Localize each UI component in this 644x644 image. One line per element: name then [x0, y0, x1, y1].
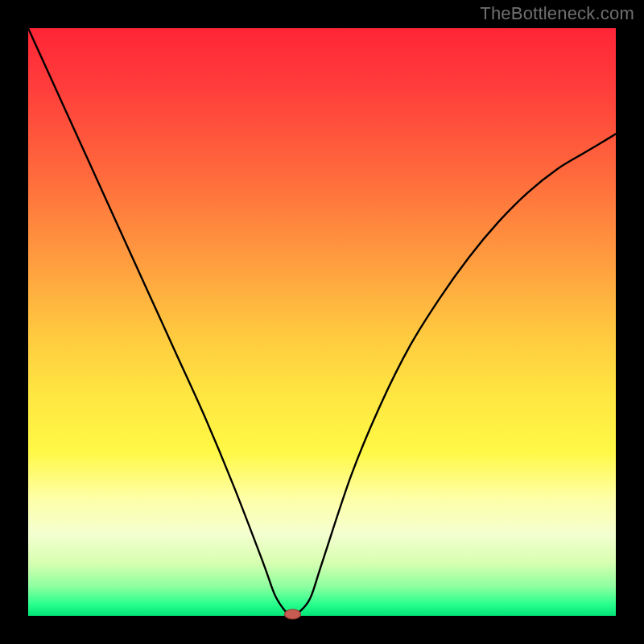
watermark-text: TheBottleneck.com: [480, 3, 634, 24]
bottleneck-curve: [28, 28, 616, 616]
plot-area: [28, 28, 616, 616]
chart-frame: TheBottleneck.com: [0, 0, 644, 644]
minimum-marker: [285, 609, 301, 619]
chart-overlay: [28, 28, 616, 616]
